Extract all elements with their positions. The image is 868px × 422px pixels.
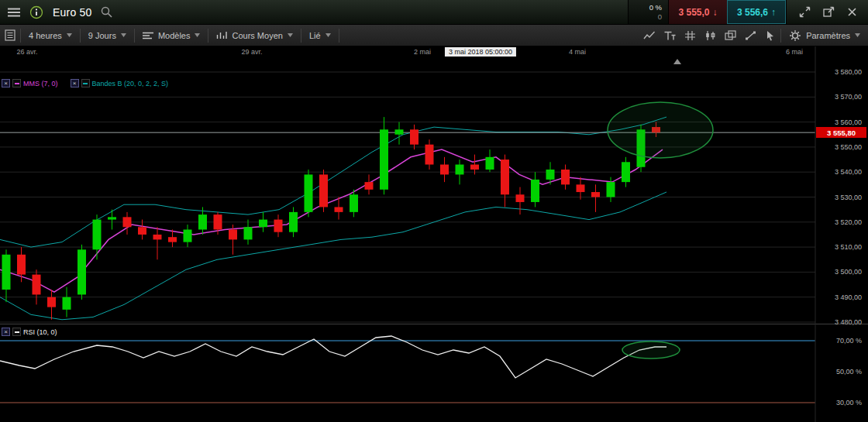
popout-icon[interactable]	[818, 6, 839, 18]
rsi-label: RSI (10, 0)	[23, 328, 57, 336]
templates-dropdown[interactable]: Modèles	[135, 25, 208, 46]
rsi-color-swatch[interactable]	[12, 328, 21, 336]
chart-canvas[interactable]	[0, 46, 868, 422]
legend-rsi: × RSI (10, 0)	[2, 328, 57, 336]
legend-bollinger: × Bandes B (20, 0, 2, 2, S)	[71, 79, 169, 87]
candle-style-icon[interactable]	[700, 25, 720, 46]
change-box: 0 % 0	[628, 0, 668, 24]
templates-label: Modèles	[158, 31, 191, 40]
info-icon[interactable]	[25, 5, 48, 19]
templates-icon	[143, 32, 153, 39]
grid-icon[interactable]	[680, 25, 700, 46]
legend-mms: × MMS (7, 0)	[2, 79, 58, 87]
buy-button[interactable]: 3 556,6 ↑	[727, 0, 786, 24]
chart-list-icon[interactable]	[0, 25, 20, 46]
average-icon	[216, 31, 227, 39]
bollinger-color-swatch[interactable]	[81, 79, 90, 87]
mms-label: MMS (7, 0)	[23, 80, 58, 87]
chevron-down-icon	[121, 33, 126, 37]
settings-dropdown[interactable]: Paramètres	[781, 25, 868, 46]
remove-indicator-icon[interactable]: ×	[2, 79, 10, 87]
gear-icon	[789, 29, 801, 42]
chevron-down-icon	[326, 33, 331, 37]
annotation-ellipse[interactable]	[608, 102, 713, 158]
mms-color-swatch[interactable]	[12, 79, 21, 87]
price-down-arrow-icon: ↓	[713, 7, 718, 18]
cursor-tool-icon[interactable]	[760, 25, 780, 46]
drawing-tool-icon[interactable]	[740, 25, 760, 46]
scroll-marker-icon[interactable]	[673, 59, 681, 64]
rsi-line[interactable]	[0, 336, 666, 378]
chevron-down-icon	[855, 33, 860, 37]
menu-icon[interactable]	[0, 8, 25, 17]
chart-toolbar: 4 heures 9 Jours Modèles Cours Moyen Lié	[0, 25, 868, 46]
window-controls	[786, 0, 868, 24]
toolbar-separator	[339, 29, 339, 43]
chart-area: 26 avr.29 avr.2 mai4 mai6 mai 3 mai 2018…	[0, 46, 868, 422]
chevron-down-icon	[67, 33, 72, 37]
average-dropdown[interactable]: Cours Moyen	[208, 25, 300, 46]
chevron-down-icon	[288, 33, 293, 37]
average-label: Cours Moyen	[232, 31, 282, 40]
remove-indicator-icon[interactable]: ×	[2, 328, 10, 336]
sell-button[interactable]: 3 555,0 ↓	[668, 0, 727, 24]
range-label: 9 Jours	[88, 31, 116, 40]
range-dropdown[interactable]: 9 Jours	[81, 25, 134, 46]
timeframe-label: 4 heures	[29, 31, 62, 40]
timeframe-dropdown[interactable]: 4 heures	[21, 25, 80, 46]
instrument-title: Euro 50	[53, 6, 91, 19]
linked-label: Lié	[309, 31, 321, 40]
settings-label: Paramètres	[806, 31, 850, 40]
close-icon[interactable]	[842, 7, 862, 17]
add-indicator-icon[interactable]	[639, 25, 660, 46]
price-up-arrow-icon: ↑	[771, 7, 776, 18]
change-absolute: 0	[658, 12, 662, 22]
remove-indicator-icon[interactable]: ×	[71, 79, 79, 87]
chevron-down-icon	[195, 33, 200, 37]
current-price-tag: 3 555,80	[816, 127, 866, 138]
title-bar: Euro 50 0 % 0 3 555,0 ↓ 3 556,6 ↑	[0, 0, 868, 25]
linked-dropdown[interactable]: Lié	[301, 25, 339, 46]
expand-icon[interactable]	[794, 6, 815, 18]
sell-price: 3 555,0	[678, 7, 709, 18]
bollinger-label: Bandes B (20, 0, 2, 2, S)	[92, 80, 169, 87]
main-chart-legend: × MMS (7, 0) × Bandes B (20, 0, 2, 2, S)	[2, 79, 168, 87]
search-icon[interactable]	[96, 6, 117, 18]
layout-icon[interactable]	[720, 25, 740, 46]
buy-price: 3 556,6	[737, 7, 768, 18]
bollinger-lower-line[interactable]	[0, 192, 666, 320]
date-tooltip: 3 mai 2018 05:00:00	[445, 47, 516, 57]
rsi-legend: × RSI (10, 0)	[2, 328, 57, 336]
annotation-ellipse[interactable]	[622, 341, 680, 359]
change-percent: 0 %	[649, 3, 662, 12]
text-tool-icon[interactable]	[660, 25, 680, 46]
